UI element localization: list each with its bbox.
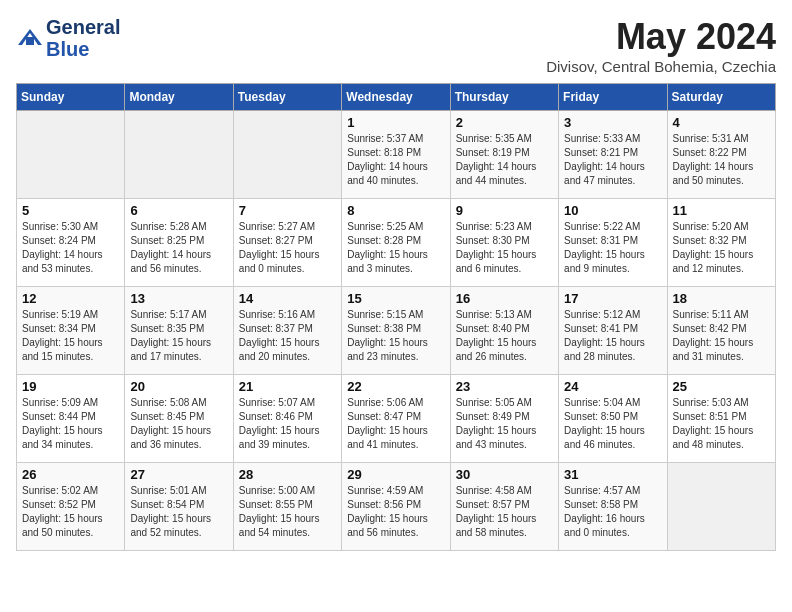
day-info: Sunrise: 5:27 AM Sunset: 8:27 PM Dayligh… [239, 220, 336, 276]
day-number: 12 [22, 291, 119, 306]
day-info: Sunrise: 5:28 AM Sunset: 8:25 PM Dayligh… [130, 220, 227, 276]
calendar-cell: 16Sunrise: 5:13 AM Sunset: 8:40 PM Dayli… [450, 287, 558, 375]
weekday-header-wednesday: Wednesday [342, 84, 450, 111]
day-number: 31 [564, 467, 661, 482]
calendar-cell: 20Sunrise: 5:08 AM Sunset: 8:45 PM Dayli… [125, 375, 233, 463]
day-info: Sunrise: 5:20 AM Sunset: 8:32 PM Dayligh… [673, 220, 770, 276]
day-info: Sunrise: 5:35 AM Sunset: 8:19 PM Dayligh… [456, 132, 553, 188]
day-info: Sunrise: 4:57 AM Sunset: 8:58 PM Dayligh… [564, 484, 661, 540]
day-number: 18 [673, 291, 770, 306]
day-info: Sunrise: 5:23 AM Sunset: 8:30 PM Dayligh… [456, 220, 553, 276]
calendar-cell: 6Sunrise: 5:28 AM Sunset: 8:25 PM Daylig… [125, 199, 233, 287]
day-info: Sunrise: 4:58 AM Sunset: 8:57 PM Dayligh… [456, 484, 553, 540]
day-info: Sunrise: 5:16 AM Sunset: 8:37 PM Dayligh… [239, 308, 336, 364]
day-number: 17 [564, 291, 661, 306]
calendar-cell: 7Sunrise: 5:27 AM Sunset: 8:27 PM Daylig… [233, 199, 341, 287]
logo-blue: Blue [46, 38, 120, 60]
day-number: 27 [130, 467, 227, 482]
day-number: 15 [347, 291, 444, 306]
weekday-header-thursday: Thursday [450, 84, 558, 111]
day-number: 9 [456, 203, 553, 218]
calendar-week-row: 26Sunrise: 5:02 AM Sunset: 8:52 PM Dayli… [17, 463, 776, 551]
day-info: Sunrise: 5:19 AM Sunset: 8:34 PM Dayligh… [22, 308, 119, 364]
calendar-cell: 25Sunrise: 5:03 AM Sunset: 8:51 PM Dayli… [667, 375, 775, 463]
day-number: 25 [673, 379, 770, 394]
calendar-week-row: 5Sunrise: 5:30 AM Sunset: 8:24 PM Daylig… [17, 199, 776, 287]
day-info: Sunrise: 5:05 AM Sunset: 8:49 PM Dayligh… [456, 396, 553, 452]
calendar-cell [125, 111, 233, 199]
day-number: 6 [130, 203, 227, 218]
svg-rect-2 [26, 37, 34, 45]
day-number: 11 [673, 203, 770, 218]
day-info: Sunrise: 5:22 AM Sunset: 8:31 PM Dayligh… [564, 220, 661, 276]
calendar-cell: 26Sunrise: 5:02 AM Sunset: 8:52 PM Dayli… [17, 463, 125, 551]
calendar-cell [17, 111, 125, 199]
day-number: 28 [239, 467, 336, 482]
day-number: 14 [239, 291, 336, 306]
calendar-cell [233, 111, 341, 199]
calendar-cell: 22Sunrise: 5:06 AM Sunset: 8:47 PM Dayli… [342, 375, 450, 463]
day-number: 30 [456, 467, 553, 482]
calendar-cell: 2Sunrise: 5:35 AM Sunset: 8:19 PM Daylig… [450, 111, 558, 199]
day-info: Sunrise: 5:31 AM Sunset: 8:22 PM Dayligh… [673, 132, 770, 188]
calendar-cell: 12Sunrise: 5:19 AM Sunset: 8:34 PM Dayli… [17, 287, 125, 375]
calendar-cell: 9Sunrise: 5:23 AM Sunset: 8:30 PM Daylig… [450, 199, 558, 287]
day-number: 23 [456, 379, 553, 394]
calendar-header-row: SundayMondayTuesdayWednesdayThursdayFrid… [17, 84, 776, 111]
calendar-cell: 27Sunrise: 5:01 AM Sunset: 8:54 PM Dayli… [125, 463, 233, 551]
day-info: Sunrise: 5:00 AM Sunset: 8:55 PM Dayligh… [239, 484, 336, 540]
calendar-cell: 4Sunrise: 5:31 AM Sunset: 8:22 PM Daylig… [667, 111, 775, 199]
calendar-cell: 10Sunrise: 5:22 AM Sunset: 8:31 PM Dayli… [559, 199, 667, 287]
calendar-cell [667, 463, 775, 551]
day-number: 24 [564, 379, 661, 394]
day-number: 29 [347, 467, 444, 482]
calendar-cell: 29Sunrise: 4:59 AM Sunset: 8:56 PM Dayli… [342, 463, 450, 551]
weekday-header-monday: Monday [125, 84, 233, 111]
location-subtitle: Divisov, Central Bohemia, Czechia [546, 58, 776, 75]
calendar-week-row: 1Sunrise: 5:37 AM Sunset: 8:18 PM Daylig… [17, 111, 776, 199]
day-info: Sunrise: 5:13 AM Sunset: 8:40 PM Dayligh… [456, 308, 553, 364]
calendar-cell: 14Sunrise: 5:16 AM Sunset: 8:37 PM Dayli… [233, 287, 341, 375]
day-info: Sunrise: 5:07 AM Sunset: 8:46 PM Dayligh… [239, 396, 336, 452]
calendar-cell: 18Sunrise: 5:11 AM Sunset: 8:42 PM Dayli… [667, 287, 775, 375]
day-number: 1 [347, 115, 444, 130]
logo-general: General [46, 16, 120, 38]
calendar-cell: 24Sunrise: 5:04 AM Sunset: 8:50 PM Dayli… [559, 375, 667, 463]
day-info: Sunrise: 5:30 AM Sunset: 8:24 PM Dayligh… [22, 220, 119, 276]
calendar-cell: 23Sunrise: 5:05 AM Sunset: 8:49 PM Dayli… [450, 375, 558, 463]
calendar-cell: 5Sunrise: 5:30 AM Sunset: 8:24 PM Daylig… [17, 199, 125, 287]
logo: General Blue [16, 16, 120, 60]
day-number: 3 [564, 115, 661, 130]
calendar-table: SundayMondayTuesdayWednesdayThursdayFrid… [16, 83, 776, 551]
day-info: Sunrise: 5:06 AM Sunset: 8:47 PM Dayligh… [347, 396, 444, 452]
weekday-header-sunday: Sunday [17, 84, 125, 111]
calendar-cell: 13Sunrise: 5:17 AM Sunset: 8:35 PM Dayli… [125, 287, 233, 375]
calendar-cell: 30Sunrise: 4:58 AM Sunset: 8:57 PM Dayli… [450, 463, 558, 551]
day-number: 2 [456, 115, 553, 130]
calendar-cell: 17Sunrise: 5:12 AM Sunset: 8:41 PM Dayli… [559, 287, 667, 375]
day-number: 16 [456, 291, 553, 306]
calendar-week-row: 19Sunrise: 5:09 AM Sunset: 8:44 PM Dayli… [17, 375, 776, 463]
logo-icon [16, 27, 44, 49]
day-number: 7 [239, 203, 336, 218]
weekday-header-tuesday: Tuesday [233, 84, 341, 111]
day-number: 20 [130, 379, 227, 394]
calendar-cell: 28Sunrise: 5:00 AM Sunset: 8:55 PM Dayli… [233, 463, 341, 551]
calendar-cell: 31Sunrise: 4:57 AM Sunset: 8:58 PM Dayli… [559, 463, 667, 551]
day-number: 22 [347, 379, 444, 394]
day-number: 21 [239, 379, 336, 394]
weekday-header-saturday: Saturday [667, 84, 775, 111]
calendar-week-row: 12Sunrise: 5:19 AM Sunset: 8:34 PM Dayli… [17, 287, 776, 375]
calendar-cell: 11Sunrise: 5:20 AM Sunset: 8:32 PM Dayli… [667, 199, 775, 287]
day-number: 19 [22, 379, 119, 394]
calendar-cell: 1Sunrise: 5:37 AM Sunset: 8:18 PM Daylig… [342, 111, 450, 199]
day-info: Sunrise: 4:59 AM Sunset: 8:56 PM Dayligh… [347, 484, 444, 540]
day-info: Sunrise: 5:25 AM Sunset: 8:28 PM Dayligh… [347, 220, 444, 276]
day-info: Sunrise: 5:03 AM Sunset: 8:51 PM Dayligh… [673, 396, 770, 452]
day-info: Sunrise: 5:01 AM Sunset: 8:54 PM Dayligh… [130, 484, 227, 540]
day-info: Sunrise: 5:04 AM Sunset: 8:50 PM Dayligh… [564, 396, 661, 452]
day-info: Sunrise: 5:02 AM Sunset: 8:52 PM Dayligh… [22, 484, 119, 540]
day-number: 4 [673, 115, 770, 130]
weekday-header-friday: Friday [559, 84, 667, 111]
month-year-title: May 2024 [546, 16, 776, 58]
